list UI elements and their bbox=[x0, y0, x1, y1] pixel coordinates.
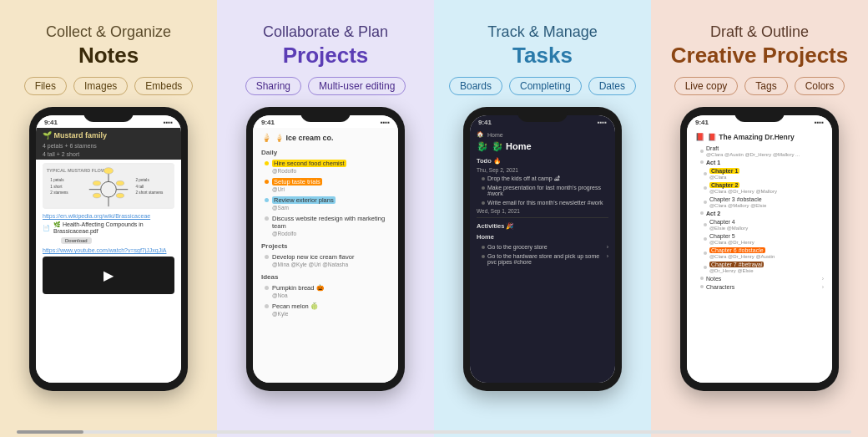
chapter1-user: @Clara bbox=[709, 175, 726, 180]
item-dot bbox=[704, 201, 707, 204]
tag-sharing[interactable]: Sharing bbox=[245, 77, 301, 95]
tasks-section-todo: Todo 🔥 bbox=[470, 155, 615, 166]
item-dot bbox=[704, 252, 707, 255]
creative-act2: Act 2 bbox=[687, 209, 832, 217]
phone-notch-3 bbox=[517, 107, 568, 122]
panel1-subtitle: Collect & Organize bbox=[46, 23, 171, 41]
panel4-subtitle: Draft & Outline bbox=[710, 23, 809, 41]
tasks-main-title: 🐉 🐉 Home bbox=[470, 140, 615, 155]
chapter1-highlight: Chapter 1 bbox=[709, 168, 739, 174]
tag-completing[interactable]: Completing bbox=[509, 77, 582, 95]
tag-boards[interactable]: Boards bbox=[449, 77, 502, 95]
tag-dates[interactable]: Dates bbox=[588, 77, 636, 95]
proj-item-1: Hire second food chemist @Rodolfo bbox=[253, 158, 398, 176]
notes-meta1: 4 petals + 6 stamens bbox=[36, 143, 181, 151]
svg-point-8 bbox=[93, 180, 100, 185]
item-text: Review exterior plans @Sam bbox=[272, 196, 386, 211]
item-dot bbox=[704, 172, 707, 175]
chapter5-user: @Clara @Dr_Henry bbox=[709, 240, 754, 245]
panel-creative: Draft & Outline Creative Projects Live c… bbox=[651, 0, 868, 437]
scrollbar-thumb[interactable] bbox=[17, 430, 83, 434]
tag-embeds[interactable]: Embeds bbox=[134, 77, 193, 95]
chapter4-user: @Elsie @Mallory bbox=[709, 226, 748, 231]
notes-file-row: 📄 🌿 Health-Affecting Compounds in Brassi… bbox=[36, 220, 181, 236]
tag-tags[interactable]: Tags bbox=[744, 77, 787, 95]
panel2-title: Projects bbox=[283, 43, 369, 69]
play-icon: ▶ bbox=[103, 267, 114, 283]
item-text: Develop new ice cream flavor @Mina @Kyle… bbox=[272, 253, 386, 268]
tag-colors[interactable]: Colors bbox=[795, 77, 845, 95]
creative-characters: Characters › bbox=[687, 282, 832, 291]
tag-files[interactable]: Files bbox=[24, 77, 67, 95]
video-thumbnail[interactable]: ▶ bbox=[43, 257, 174, 294]
tasks-item-3: Write email for this month's newsletter … bbox=[470, 198, 615, 207]
proj-section-projects: Projects bbox=[253, 239, 398, 252]
panel3-title: Tasks bbox=[512, 43, 573, 69]
panel-tasks: Track & Manage Tasks Boards Completing D… bbox=[434, 0, 651, 437]
item-dot bbox=[700, 277, 704, 280]
tasks-item-5: Go to the hardware store and pick up som… bbox=[470, 252, 615, 267]
proj-item-6: Pumpkin bread 🎃 @Noa bbox=[253, 282, 398, 301]
svg-point-7 bbox=[103, 168, 113, 174]
panel4-tags: Live copy Tags Colors bbox=[674, 77, 845, 95]
item-text: Pecan melon 🍈 @Kyle bbox=[272, 302, 386, 318]
tasks-item-1: Drop the kids off at camp 🏕 bbox=[470, 174, 615, 183]
item-dot bbox=[704, 266, 707, 269]
item-dot bbox=[482, 201, 485, 205]
notes-video-link[interactable]: https://www.youtube.com/watch?v=sgf7jJJx… bbox=[36, 246, 181, 254]
item-user: @Rodolfo bbox=[272, 231, 296, 236]
svg-point-9 bbox=[116, 180, 124, 185]
phone-notch-4 bbox=[734, 107, 785, 122]
proj-section-ideas: Ideas bbox=[253, 270, 398, 282]
svg-text:2 stamens: 2 stamens bbox=[50, 191, 68, 195]
item-text: Setup taste trials @Uri bbox=[272, 178, 386, 193]
chapter3-text: Chapter 3 #obstacle bbox=[709, 196, 762, 202]
chapter6-highlight: Chapter 6 #obstacle bbox=[709, 247, 765, 253]
tag-images[interactable]: Images bbox=[73, 77, 128, 95]
item-dot bbox=[700, 211, 704, 215]
item-dot bbox=[704, 237, 707, 241]
item-highlight: Review exterior plans bbox=[272, 196, 336, 204]
svg-text:2 short stamens: 2 short stamens bbox=[136, 191, 164, 195]
item-user: @Sam bbox=[272, 205, 289, 211]
chevron-icon: › bbox=[607, 253, 608, 259]
proj-item-5: Develop new ice cream flavor @Mina @Kyle… bbox=[253, 252, 398, 270]
creative-notes: Notes › bbox=[687, 274, 832, 282]
creative-chapter3: Chapter 3 #obstacle @Clara @Mallory @Els… bbox=[687, 195, 832, 209]
tasks-nav: 🏠 Home bbox=[470, 128, 615, 140]
item-dot bbox=[265, 286, 269, 290]
download-button[interactable]: Download bbox=[61, 237, 92, 244]
notes-wiki-link[interactable]: https://en.wikipedia.org/wiki/Brassicace… bbox=[36, 212, 181, 220]
chapter4-text: Chapter 4 bbox=[709, 219, 735, 225]
creative-chapter5: Chapter 5 @Clara @Dr_Henry bbox=[687, 231, 832, 246]
item-dot bbox=[482, 177, 485, 180]
creative-chapter7: Chapter 7 #betrayal @Dr_Henry @Elsie bbox=[687, 260, 832, 274]
tasks-item-2: Make presentation for last month's progr… bbox=[470, 183, 615, 198]
panel1-title: Notes bbox=[78, 43, 139, 69]
chapter5-text: Chapter 5 bbox=[709, 233, 735, 239]
item-dot bbox=[704, 186, 707, 190]
tag-livecopy[interactable]: Live copy bbox=[674, 77, 739, 95]
file-icon: 📄 bbox=[43, 225, 50, 231]
proj-item-7: Pecan melon 🍈 @Kyle bbox=[253, 301, 398, 319]
flower-svg: TYPICAL MUSTARD FLOWER bbox=[43, 163, 174, 209]
svg-point-11 bbox=[116, 193, 124, 198]
page-scrollbar[interactable] bbox=[17, 430, 851, 434]
panel-projects: Collaborate & Plan Projects Sharing Mult… bbox=[217, 0, 434, 437]
item-dot bbox=[482, 246, 485, 249]
home-icon: 🏠 bbox=[477, 131, 484, 138]
chapter3-user: @Clara @Mallory @Elsie bbox=[709, 203, 766, 208]
phone-notch bbox=[83, 107, 134, 122]
svg-text:2 petals: 2 petals bbox=[136, 178, 150, 182]
item-dot bbox=[700, 160, 704, 164]
tasks-title-text: 🐉 Home bbox=[492, 141, 532, 152]
notes-header-title: 🌱 Mustard family bbox=[36, 128, 181, 143]
item-dot bbox=[265, 255, 269, 259]
item-dot bbox=[265, 198, 269, 202]
tag-multiuser[interactable]: Multi-user editing bbox=[308, 77, 406, 95]
act1-label: Act 1 bbox=[706, 160, 720, 165]
act2-label: Act 2 bbox=[706, 211, 720, 216]
item-text: Hire second food chemist @Rodolfo bbox=[272, 160, 386, 175]
characters-label: Characters bbox=[706, 284, 734, 290]
svg-text:4 tall: 4 tall bbox=[136, 185, 144, 189]
